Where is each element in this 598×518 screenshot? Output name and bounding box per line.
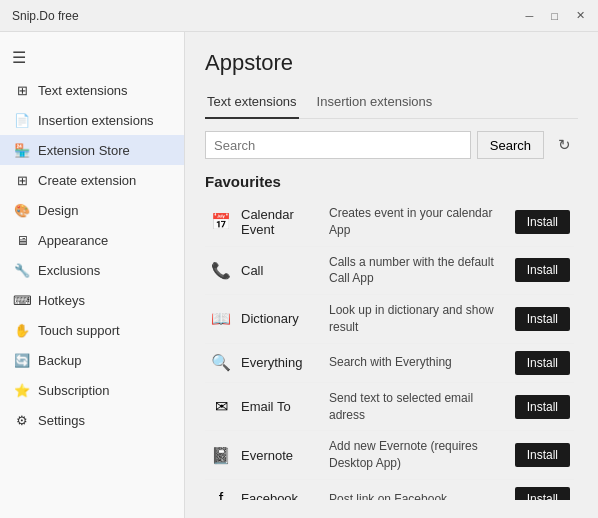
ext-item-calendar-event: 📅 Calendar Event Creates event in your c… — [205, 198, 574, 247]
sidebar-item-exclusions[interactable]: 🔧 Exclusions — [0, 255, 184, 285]
sidebar-label-backup: Backup — [38, 353, 81, 368]
title-bar: Snip.Do free ─ □ ✕ — [0, 0, 598, 32]
page-title: Appstore — [205, 50, 578, 76]
favourites-title: Favourites — [205, 173, 578, 190]
ext-icon-call: 📞 — [209, 258, 233, 282]
install-button-calendar-event[interactable]: Install — [515, 210, 570, 234]
sidebar-icon-insertion-extensions: 📄 — [14, 112, 30, 128]
app-body: ☰ ⊞ Text extensions 📄 Insertion extensio… — [0, 32, 598, 518]
ext-item-email-to: ✉ Email To Send text to selected email a… — [205, 383, 574, 432]
sidebar-label-design: Design — [38, 203, 78, 218]
ext-icon-calendar-event: 📅 — [209, 210, 233, 234]
sidebar-label-settings: Settings — [38, 413, 85, 428]
install-button-dictionary[interactable]: Install — [515, 307, 570, 331]
sidebar-label-insertion-extensions: Insertion extensions — [38, 113, 154, 128]
ext-desc-everything: Search with Everything — [329, 354, 507, 371]
ext-icon-facebook: f — [209, 487, 233, 500]
sidebar-item-extension-store[interactable]: 🏪 Extension Store — [0, 135, 184, 165]
ext-icon-email-to: ✉ — [209, 395, 233, 419]
sidebar-label-subscription: Subscription — [38, 383, 110, 398]
ext-item-evernote: 📓 Evernote Add new Evernote (requires De… — [205, 431, 574, 480]
install-button-everything[interactable]: Install — [515, 351, 570, 375]
sidebar-icon-design: 🎨 — [14, 202, 30, 218]
sidebar-icon-hotkeys: ⌨ — [14, 292, 30, 308]
ext-desc-evernote: Add new Evernote (requires Desktop App) — [329, 438, 507, 472]
maximize-button[interactable]: □ — [546, 8, 563, 24]
sidebar-icon-appearance: 🖥 — [14, 232, 30, 248]
minimize-button[interactable]: ─ — [521, 8, 539, 24]
ext-icon-evernote: 📓 — [209, 443, 233, 467]
ext-name-call: Call — [241, 263, 321, 278]
sidebar-label-create-extension: Create extension — [38, 173, 136, 188]
sidebar-label-appearance: Appearance — [38, 233, 108, 248]
ext-name-calendar-event: Calendar Event — [241, 207, 321, 237]
install-button-evernote[interactable]: Install — [515, 443, 570, 467]
app-title: Snip.Do free — [8, 9, 521, 23]
sidebar-item-hotkeys[interactable]: ⌨ Hotkeys — [0, 285, 184, 315]
sidebar-label-extension-store: Extension Store — [38, 143, 130, 158]
sidebar-icon-touch-support: ✋ — [14, 322, 30, 338]
ext-desc-facebook: Post link on Facebook — [329, 491, 507, 500]
sidebar-item-appearance[interactable]: 🖥 Appearance — [0, 225, 184, 255]
main-content: Appstore Text extensionsInsertion extens… — [185, 32, 598, 518]
ext-desc-email-to: Send text to selected email adress — [329, 390, 507, 424]
sidebar-item-settings[interactable]: ⚙ Settings — [0, 405, 184, 435]
sidebar-item-design[interactable]: 🎨 Design — [0, 195, 184, 225]
sidebar-item-create-extension[interactable]: ⊞ Create extension — [0, 165, 184, 195]
sidebar-item-backup[interactable]: 🔄 Backup — [0, 345, 184, 375]
sidebar-item-subscription[interactable]: ⭐ Subscription — [0, 375, 184, 405]
install-button-call[interactable]: Install — [515, 258, 570, 282]
ext-name-dictionary: Dictionary — [241, 311, 321, 326]
ext-desc-dictionary: Look up in dictionary and show result — [329, 302, 507, 336]
menu-button[interactable]: ☰ — [0, 40, 184, 75]
ext-name-evernote: Evernote — [241, 448, 321, 463]
close-button[interactable]: ✕ — [571, 7, 590, 24]
ext-icon-dictionary: 📖 — [209, 307, 233, 331]
sidebar-icon-subscription: ⭐ — [14, 382, 30, 398]
sidebar-label-hotkeys: Hotkeys — [38, 293, 85, 308]
sidebar-label-touch-support: Touch support — [38, 323, 120, 338]
sidebar-icon-extension-store: 🏪 — [14, 142, 30, 158]
search-button[interactable]: Search — [477, 131, 544, 159]
extensions-list: 📅 Calendar Event Creates event in your c… — [205, 198, 578, 500]
search-input[interactable] — [205, 131, 471, 159]
ext-desc-call: Calls a number with the default Call App — [329, 254, 507, 288]
sidebar-nav: ⊞ Text extensions 📄 Insertion extensions… — [0, 75, 184, 435]
ext-item-dictionary: 📖 Dictionary Look up in dictionary and s… — [205, 295, 574, 344]
ext-item-call: 📞 Call Calls a number with the default C… — [205, 247, 574, 296]
refresh-button[interactable]: ↻ — [550, 131, 578, 159]
sidebar-icon-create-extension: ⊞ — [14, 172, 30, 188]
sidebar-label-exclusions: Exclusions — [38, 263, 100, 278]
install-button-email-to[interactable]: Install — [515, 395, 570, 419]
ext-item-everything: 🔍 Everything Search with Everything Inst… — [205, 344, 574, 383]
sidebar-item-insertion-extensions[interactable]: 📄 Insertion extensions — [0, 105, 184, 135]
ext-item-facebook: f Facebook Post link on Facebook Install — [205, 480, 574, 500]
sidebar-icon-text-extensions: ⊞ — [14, 82, 30, 98]
window-controls: ─ □ ✕ — [521, 7, 590, 24]
ext-name-facebook: Facebook — [241, 491, 321, 500]
sidebar-item-touch-support[interactable]: ✋ Touch support — [0, 315, 184, 345]
sidebar-item-text-extensions[interactable]: ⊞ Text extensions — [0, 75, 184, 105]
tab-insertion-extensions[interactable]: Insertion extensions — [315, 90, 435, 119]
sidebar-icon-settings: ⚙ — [14, 412, 30, 428]
ext-desc-calendar-event: Creates event in your calendar App — [329, 205, 507, 239]
tab-text-extensions[interactable]: Text extensions — [205, 90, 299, 119]
ext-icon-everything: 🔍 — [209, 351, 233, 375]
sidebar: ☰ ⊞ Text extensions 📄 Insertion extensio… — [0, 32, 185, 518]
search-bar: Search ↻ — [205, 131, 578, 159]
install-button-facebook[interactable]: Install — [515, 487, 570, 500]
tabs: Text extensionsInsertion extensions — [205, 90, 578, 119]
ext-name-everything: Everything — [241, 355, 321, 370]
ext-name-email-to: Email To — [241, 399, 321, 414]
sidebar-icon-backup: 🔄 — [14, 352, 30, 368]
sidebar-label-text-extensions: Text extensions — [38, 83, 128, 98]
sidebar-icon-exclusions: 🔧 — [14, 262, 30, 278]
